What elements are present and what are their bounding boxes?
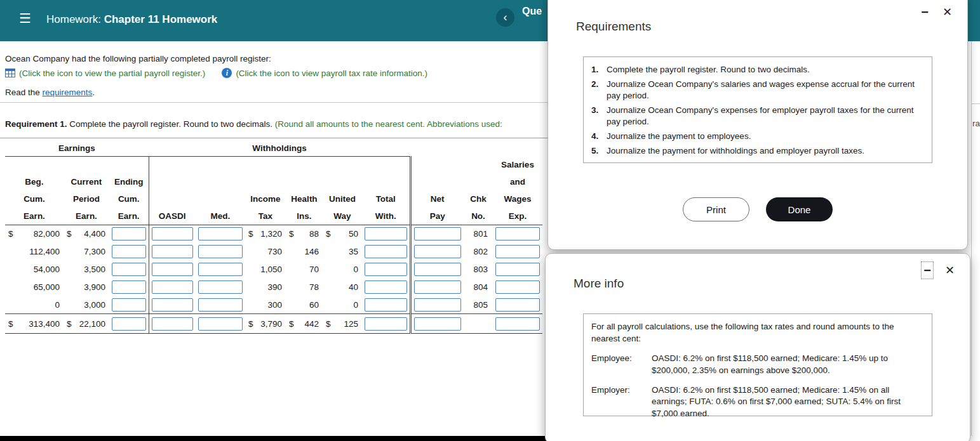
- print-button[interactable]: Print: [683, 197, 749, 221]
- medicare-input[interactable]: [198, 280, 243, 294]
- salaries-wages-exp-input[interactable]: [495, 263, 540, 276]
- minimize-icon[interactable]: −: [923, 264, 931, 277]
- employer-tax-text: OASDI: 6.2% on first $118,500 earned; Me…: [652, 385, 924, 421]
- oasdi-input[interactable]: [152, 298, 194, 312]
- page-title-bold: Chapter 11 Homework: [104, 13, 218, 25]
- oasdi-input[interactable]: [152, 280, 194, 294]
- chk-no-cell: 804: [464, 279, 493, 296]
- requirements-list-box: 1.Complete the payroll register. Round t…: [583, 56, 932, 163]
- united-way-cell: $50: [323, 225, 362, 243]
- payroll-table-body: $82,000$4,400$1,320$88$50801112,4007,300…: [5, 225, 542, 334]
- payroll-total-row: $313,400$22,100$3,790$442$125: [5, 314, 542, 334]
- net-pay-input[interactable]: [414, 263, 462, 276]
- right-edge-strip: ra: [971, 41, 980, 436]
- salaries-wages-exp-input[interactable]: [495, 317, 540, 331]
- current-period-earn-cell: 7,300: [64, 243, 109, 261]
- current-period-earn-cell: 3,000: [64, 296, 109, 314]
- col-header-beg-cum-earn: Beg.Cum.Earn.: [5, 156, 64, 225]
- tax-rates-intro: For all payroll calculations, use the fo…: [591, 321, 924, 345]
- oasdi-input[interactable]: [152, 245, 194, 258]
- net-pay-input[interactable]: [414, 245, 462, 258]
- register-icon-label: (Click the icon to view the partial payr…: [19, 69, 205, 78]
- col-header-oasdi: OASDI: [149, 156, 196, 225]
- united-way-cell: 35: [323, 243, 362, 261]
- chk-no-cell: 805: [464, 296, 493, 314]
- salaries-wages-exp-input[interactable]: [495, 245, 540, 258]
- requirement-item: 5.Journalize the payment for withholding…: [591, 145, 924, 157]
- done-button[interactable]: Done: [766, 197, 833, 221]
- close-icon[interactable]: ✕: [943, 6, 952, 18]
- total-withholdings-input[interactable]: [365, 298, 407, 312]
- medicare-input[interactable]: [198, 245, 243, 258]
- ending-cum-earn-input[interactable]: [112, 263, 146, 276]
- oasdi-input[interactable]: [152, 263, 194, 276]
- health-ins-cell: 146: [286, 243, 323, 261]
- col-header-ending-cum-earn: EndingCum.Earn.: [109, 156, 149, 225]
- intro-text: Ocean Company had the following partiall…: [5, 54, 551, 63]
- col-header-united-way: UnitedWay: [323, 156, 362, 225]
- united-way-cell: 40: [323, 279, 362, 296]
- employee-tax-text: OASDI: 6.2% on first $118,500 earned; Me…: [652, 353, 924, 377]
- col-header-chk-no: ChkNo.: [464, 156, 493, 225]
- ending-cum-earn-input[interactable]: [112, 280, 146, 294]
- requirements-dialog-buttons: Print Done: [548, 197, 967, 221]
- more-info-dialog-controls: − ✕: [923, 264, 955, 277]
- income-tax-cell: 1,050: [245, 261, 286, 279]
- current-period-earn-cell: 3,500: [64, 261, 109, 279]
- requirements-dialog: Requirements − ✕ 1.Complete the payroll …: [547, 0, 968, 250]
- hamburger-menu-icon[interactable]: ☰: [19, 11, 31, 26]
- total-withholdings-input[interactable]: [365, 317, 407, 331]
- read-prefix: Read the: [5, 88, 40, 97]
- info-icon[interactable]: i: [222, 68, 232, 78]
- employer-label: Employer:: [591, 385, 652, 421]
- oasdi-input[interactable]: [152, 317, 194, 331]
- col-header-health-ins: HealthIns.: [286, 156, 323, 225]
- income-tax-cell: 300: [245, 296, 286, 314]
- total-withholdings-input[interactable]: [365, 263, 407, 276]
- requirements-link[interactable]: requirements: [43, 88, 93, 97]
- health-ins-cell: $442: [286, 314, 323, 334]
- united-way-cell: $125: [323, 314, 362, 334]
- read-suffix: .: [92, 88, 95, 97]
- oasdi-input[interactable]: [152, 227, 194, 240]
- income-tax-cell: $3,790: [245, 314, 286, 334]
- col-header-net-pay: NetPay: [410, 156, 464, 225]
- beg-cum-earn-cell: 54,000: [5, 261, 64, 279]
- collapse-chevron-button[interactable]: ‹: [496, 8, 514, 27]
- health-ins-cell: 78: [286, 279, 323, 296]
- net-pay-input[interactable]: [414, 317, 462, 331]
- salaries-wages-exp-input[interactable]: [495, 227, 540, 240]
- ending-cum-earn-input[interactable]: [112, 245, 146, 258]
- medicare-input[interactable]: [198, 298, 243, 312]
- salaries-wages-exp-input[interactable]: [495, 280, 540, 294]
- net-pay-input[interactable]: [414, 280, 462, 294]
- total-withholdings-input[interactable]: [365, 227, 407, 240]
- net-pay-input[interactable]: [414, 298, 462, 312]
- requirement1-note: (Round all amounts to the nearest cent. …: [275, 119, 502, 129]
- total-withholdings-input[interactable]: [365, 245, 407, 258]
- chk-no-cell: 802: [464, 243, 493, 261]
- net-pay-input[interactable]: [414, 227, 462, 240]
- health-ins-cell: 60: [286, 296, 323, 314]
- right-strip-text-fragment: ra: [972, 119, 980, 128]
- requirement1-text: Complete the payroll register. Round to …: [69, 119, 272, 129]
- medicare-input[interactable]: [198, 227, 243, 240]
- ending-cum-earn-input[interactable]: [112, 317, 146, 331]
- payroll-register-icon[interactable]: [5, 69, 15, 77]
- medicare-input[interactable]: [198, 263, 243, 276]
- minimize-icon[interactable]: −: [921, 6, 929, 18]
- income-tax-cell: 390: [245, 279, 286, 296]
- salaries-wages-exp-input[interactable]: [495, 298, 540, 312]
- employer-tax-row: Employer: OASDI: 6.2% on first $118,500 …: [591, 385, 924, 421]
- chk-no-cell: 803: [464, 261, 493, 279]
- col-header-income-tax: IncomeTax: [245, 156, 286, 225]
- current-period-earn-cell: $22,100: [64, 314, 109, 334]
- col-header-med: Med.: [196, 156, 245, 225]
- ending-cum-earn-input[interactable]: [112, 298, 146, 312]
- beg-cum-earn-cell: 0: [5, 296, 64, 314]
- close-icon[interactable]: ✕: [945, 264, 955, 277]
- ending-cum-earn-input[interactable]: [112, 227, 146, 240]
- medicare-input[interactable]: [198, 317, 243, 331]
- total-withholdings-input[interactable]: [365, 280, 407, 294]
- col-header-current-period-earn: CurrentPeriodEarn.: [64, 156, 109, 225]
